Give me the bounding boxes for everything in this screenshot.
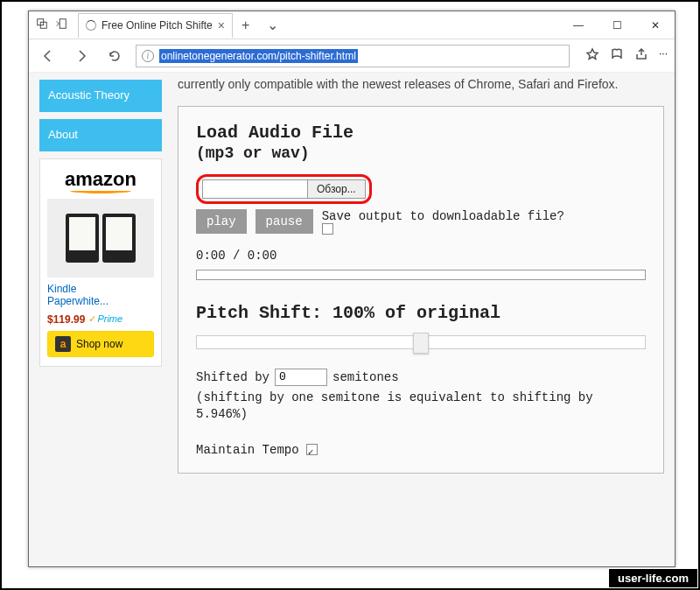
set-aside-icon[interactable] [55, 18, 67, 32]
pitch-shifter-panel: Load Audio File (mp3 or wav) Обзор... pl… [178, 106, 664, 474]
page-body: Acoustic Theory About amazon KindlePaper… [29, 73, 675, 566]
shifted-by-label-pre: Shifted by [196, 370, 270, 384]
maintain-tempo-checkbox[interactable] [306, 444, 318, 455]
ad-product-link[interactable]: KindlePaperwhite... [47, 283, 154, 308]
pause-button[interactable]: pause [256, 209, 313, 234]
amazon-a-icon: a [55, 336, 71, 352]
sidebar: Acoustic Theory About amazon KindlePaper… [39, 73, 162, 556]
svg-rect-2 [60, 19, 66, 29]
address-bar: i onlinetonegenerator.com/pitch-shifter.… [29, 39, 675, 73]
file-path-field[interactable] [203, 180, 308, 198]
play-button[interactable]: play [196, 209, 247, 234]
browse-button[interactable]: Обзор... [308, 180, 365, 198]
browser-window: Free Online Pitch Shifte × + ⌄ — ☐ ✕ i o… [28, 11, 676, 567]
loading-spinner-icon [86, 20, 96, 31]
sidebar-item-about[interactable]: About [39, 119, 162, 151]
browser-tab[interactable]: Free Online Pitch Shifte × [78, 13, 233, 38]
tab-title: Free Online Pitch Shifte [102, 19, 213, 32]
tab-menu-icon[interactable]: ⌄ [258, 17, 287, 33]
refresh-button[interactable] [102, 44, 127, 68]
load-title: Load Audio File [196, 123, 646, 143]
url-input[interactable]: i onlinetonegenerator.com/pitch-shifter.… [136, 45, 570, 67]
intro-text: currently only compatible with the newes… [178, 73, 664, 94]
playback-time: 0:00 / 0:00 [196, 249, 646, 263]
new-tab-button[interactable]: + [233, 18, 258, 33]
save-output-checkbox[interactable] [322, 223, 333, 235]
url-text: onlinetonegenerator.com/pitch-shifter.ht… [159, 49, 358, 63]
pitch-slider[interactable] [196, 335, 646, 349]
reading-list-icon[interactable] [610, 47, 624, 64]
amazon-logo: amazon [47, 168, 154, 193]
pitch-slider-thumb[interactable] [413, 333, 429, 354]
save-output-label: Save output to downloadable file? [322, 209, 564, 223]
close-window-button[interactable]: ✕ [636, 11, 675, 39]
semitones-input[interactable] [275, 369, 327, 386]
load-subtitle: (mp3 or wav) [196, 144, 646, 162]
back-button[interactable] [36, 44, 60, 68]
site-info-icon[interactable]: i [142, 50, 154, 62]
watermark: user-life.com [608, 568, 698, 588]
favorites-icon[interactable] [585, 47, 599, 64]
file-input[interactable]: Обзор... [202, 179, 366, 199]
share-icon[interactable] [634, 47, 648, 64]
forward-button[interactable] [69, 44, 94, 68]
shift-hint: (shifting by one semitone is equivalent … [196, 390, 646, 424]
maintain-tempo-label: Maintain Tempo [196, 443, 299, 457]
sidebar-item-acoustic-theory[interactable]: Acoustic Theory [39, 80, 162, 112]
playback-progress[interactable] [196, 270, 646, 280]
settings-more-icon[interactable]: ··· [659, 47, 668, 64]
close-icon[interactable]: × [218, 18, 225, 32]
pitch-shift-title: Pitch Shift: 100% of original [196, 303, 646, 323]
maximize-button[interactable]: ☐ [598, 11, 636, 39]
titlebar: Free Online Pitch Shifte × + ⌄ — ☐ ✕ [29, 11, 675, 39]
ad-product-image [47, 199, 154, 277]
file-input-highlight: Обзор... [196, 174, 372, 204]
tab-overview-icon[interactable] [36, 18, 48, 32]
prime-badge: Prime [88, 313, 122, 325]
shifted-by-label-post: semitones [332, 370, 399, 384]
amazon-ad[interactable]: amazon KindlePaperwhite... $119.99 Prime… [39, 158, 162, 367]
minimize-button[interactable]: — [559, 11, 598, 39]
main-content: currently only compatible with the newes… [178, 73, 664, 556]
shop-now-button[interactable]: a Shop now [47, 331, 154, 357]
ad-price: $119.99 [47, 313, 85, 326]
